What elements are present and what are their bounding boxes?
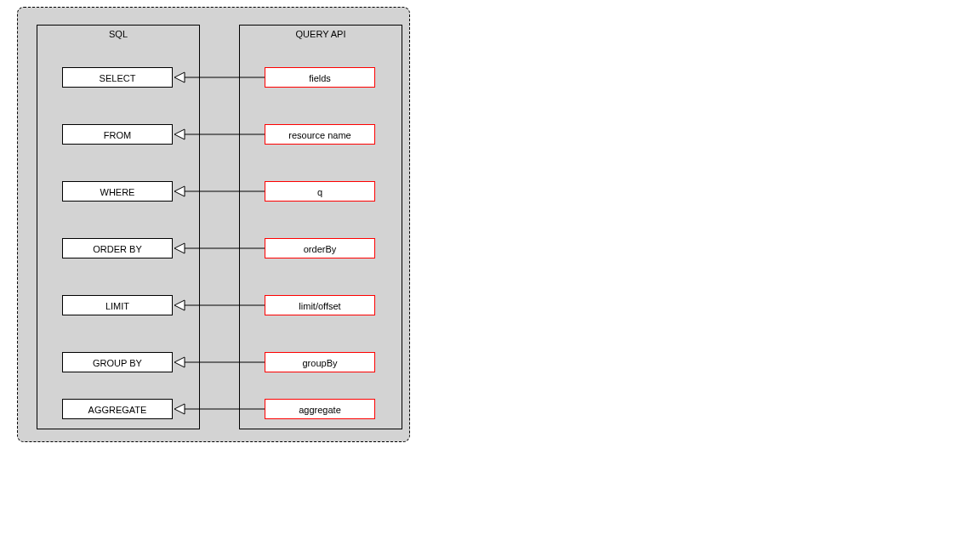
sql-group-by-node: GROUP BY [62,352,173,372]
sql-order-by-node: ORDER BY [62,238,173,258]
sql-limit-node: LIMIT [62,295,173,315]
api-q-node: q [265,181,375,202]
api-limit-offset-node: limit/offset [265,295,375,315]
api-orderby-node: orderBy [265,238,375,258]
api-resource-name-node: resource name [265,124,375,145]
sql-column-title: SQL [37,26,199,39]
api-aggregate-node: aggregate [265,399,375,419]
sql-select-node: SELECT [62,67,173,88]
sql-from-node: FROM [62,124,173,145]
sql-aggregate-node: AGGREGATE [62,399,173,419]
api-column-title: QUERY API [240,26,402,39]
api-groupby-node: groupBy [265,352,375,372]
diagram-canvas: SQL QUERY API SELECT fields FROM resourc… [0,0,980,551]
outer-container: SQL QUERY API SELECT fields FROM resourc… [17,7,410,442]
api-fields-node: fields [265,67,375,88]
sql-where-node: WHERE [62,181,173,202]
